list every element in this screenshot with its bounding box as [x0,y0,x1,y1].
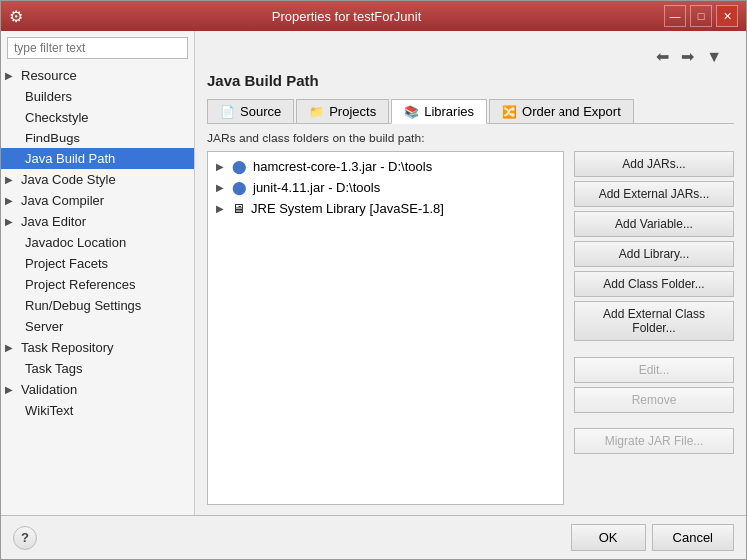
sidebar-item-javadoc-location[interactable]: Javadoc Location [1,232,194,253]
jar-icon: ⬤ [232,180,247,195]
sidebar-item-label: Task Repository [21,340,113,355]
help-button[interactable]: ? [13,526,37,550]
footer-left: ? [13,526,37,550]
remove-button[interactable]: Remove [574,387,734,413]
window-icon: ⚙ [9,7,23,26]
sidebar-item-wikitext[interactable]: WikiText [1,400,194,420]
right-panel: ⬅ ➡ ▼ Java Build Path 📄 Source 📁 Project… [195,31,746,515]
jar-item-hamcrest[interactable]: ▶ ⬤ hamcrest-core-1.3.jar - D:\tools [208,156,563,177]
order-export-icon: 🔀 [502,105,517,119]
tab-projects[interactable]: 📁 Projects [296,99,389,123]
title-bar-controls: — □ ✕ [664,5,738,27]
tab-label: Libraries [424,104,474,119]
migrate-jar-button[interactable]: Migrate JAR File... [574,428,734,454]
jar-icon: ⬤ [232,159,247,174]
sidebar-item-label: Java Editor [21,214,86,229]
add-jars-button[interactable]: Add JARs... [574,151,734,177]
expand-arrow-icon: ▶ [216,182,226,193]
sidebar-item-label: Run/Debug Settings [25,298,141,313]
content-area: ▶ ⬤ hamcrest-core-1.3.jar - D:\tools ▶ ⬤… [207,151,734,505]
back-button[interactable]: ⬅ [652,45,673,68]
jar-list[interactable]: ▶ ⬤ hamcrest-core-1.3.jar - D:\tools ▶ ⬤… [207,151,564,505]
sidebar-item-label: Java Code Style [21,172,116,187]
panel-title: Java Build Path [207,72,734,89]
sidebar-item-label: Java Compiler [21,193,104,208]
title-bar: ⚙ Properties for testForJunit — □ ✕ [1,1,746,31]
sidebar-item-project-references[interactable]: Project References [1,274,194,295]
jar-item-jre[interactable]: ▶ 🖥 JRE System Library [JavaSE-1.8] [208,198,563,219]
add-external-jars-button[interactable]: Add External JARs... [574,181,734,207]
close-button[interactable]: ✕ [716,5,738,27]
sidebar-item-project-facets[interactable]: Project Facets [1,253,194,274]
window-title: Properties for testForJunit [29,9,664,24]
sidebar-item-label: Project References [25,277,136,292]
jar-item-junit[interactable]: ▶ ⬤ junit-4.11.jar - D:\tools [208,177,563,198]
ok-button[interactable]: OK [571,524,646,551]
filter-input[interactable] [7,37,188,59]
sidebar-item-label: Validation [21,382,77,397]
jre-icon: 🖥 [232,201,245,216]
minimize-button[interactable]: — [664,5,686,27]
jar-item-label: JRE System Library [JavaSE-1.8] [251,201,444,216]
content-description: JARs and class folders on the build path… [207,132,734,145]
sidebar-item-label: Javadoc Location [25,235,126,250]
sidebar-item-run-debug-settings[interactable]: Run/Debug Settings [1,295,194,316]
tab-label: Projects [329,104,376,119]
sidebar-item-label: Resource [21,68,77,83]
add-class-folder-button[interactable]: Add Class Folder... [574,271,734,297]
arrow-icon: ▶ [5,384,17,395]
edit-button[interactable]: Edit... [574,357,734,383]
arrow-icon: ▶ [5,195,17,206]
sidebar-item-java-compiler[interactable]: ▶ Java Compiler [1,190,194,211]
sidebar-item-task-repository[interactable]: ▶ Task Repository [1,337,194,358]
add-variable-button[interactable]: Add Variable... [574,211,734,237]
sidebar-item-java-build-path[interactable]: Java Build Path [1,148,194,169]
arrow-icon: ▶ [5,70,17,81]
title-bar-left: ⚙ [9,7,29,26]
tab-source[interactable]: 📄 Source [207,99,294,123]
main-window: ⚙ Properties for testForJunit — □ ✕ ▶ Re… [0,0,747,560]
footer: ? OK Cancel [1,515,746,559]
arrow-icon: ▶ [5,342,17,353]
add-external-class-folder-button[interactable]: Add External Class Folder... [574,301,734,341]
arrow-icon: ▶ [5,174,17,185]
jar-item-label: hamcrest-core-1.3.jar - D:\tools [253,159,432,174]
tree-list: ▶ Resource Builders Checkstyle FindBugs [1,65,194,515]
sidebar-item-label: Task Tags [25,361,83,376]
sidebar-item-label: Project Facets [25,256,108,271]
forward-button[interactable]: ➡ [677,45,698,68]
window-body: ▶ Resource Builders Checkstyle FindBugs [1,31,746,559]
sidebar-item-server[interactable]: Server [1,316,194,337]
tab-libraries[interactable]: 📚 Libraries [391,99,487,124]
libraries-icon: 📚 [404,105,419,119]
expand-arrow-icon: ▶ [216,203,226,214]
source-icon: 📄 [220,105,235,119]
sidebar-item-label: WikiText [25,403,73,418]
sidebar-item-java-code-style[interactable]: ▶ Java Code Style [1,169,194,190]
sidebar-item-label: Java Build Path [25,151,115,166]
arrow-icon: ▶ [5,216,17,227]
sidebar-item-label: Checkstyle [25,110,89,125]
tab-label: Order and Export [522,104,621,119]
buttons-panel: Add JARs... Add External JARs... Add Var… [574,151,734,505]
tabs-bar: 📄 Source 📁 Projects 📚 Libraries 🔀 Order … [207,99,734,124]
jar-item-label: junit-4.11.jar - D:\tools [253,180,380,195]
maximize-button[interactable]: □ [690,5,712,27]
sidebar-item-validation[interactable]: ▶ Validation [1,379,194,400]
sidebar-item-task-tags[interactable]: Task Tags [1,358,194,379]
tab-order-and-export[interactable]: 🔀 Order and Export [489,99,634,123]
projects-icon: 📁 [309,105,324,119]
sidebar-item-label: Builders [25,89,72,104]
sidebar-item-checkstyle[interactable]: Checkstyle [1,107,194,128]
sidebar-item-label: FindBugs [25,131,80,145]
sidebar-item-resource[interactable]: ▶ Resource [1,65,194,86]
cancel-button[interactable]: Cancel [652,524,734,551]
sidebar-item-java-editor[interactable]: ▶ Java Editor [1,211,194,232]
dropdown-button[interactable]: ▼ [702,46,726,68]
sidebar-item-findbugs[interactable]: FindBugs [1,128,194,148]
tab-label: Source [240,104,281,119]
nav-bar: ⬅ ➡ ▼ [207,41,734,72]
add-library-button[interactable]: Add Library... [574,241,734,267]
sidebar-item-builders[interactable]: Builders [1,86,194,107]
main-content: ▶ Resource Builders Checkstyle FindBugs [1,31,746,515]
